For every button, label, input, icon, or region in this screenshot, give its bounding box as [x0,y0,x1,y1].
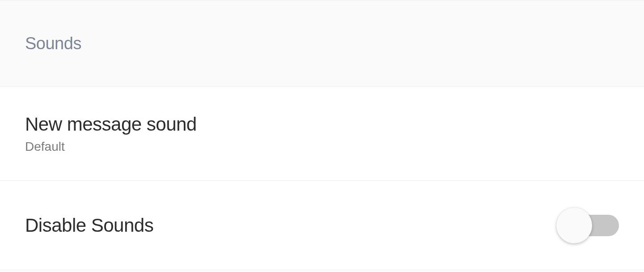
setting-value: Default [25,140,197,154]
setting-text: New message sound Default [25,114,197,154]
setting-label: New message sound [25,114,197,135]
setting-new-message-sound[interactable]: New message sound Default [0,87,644,181]
section-title: Sounds [25,34,81,53]
setting-text: Disable Sounds [25,215,153,236]
toggle-thumb [556,208,592,243]
setting-disable-sounds: Disable Sounds [0,181,644,270]
setting-label: Disable Sounds [25,215,153,236]
disable-sounds-toggle[interactable] [556,208,619,243]
section-header-sounds: Sounds [0,0,644,87]
